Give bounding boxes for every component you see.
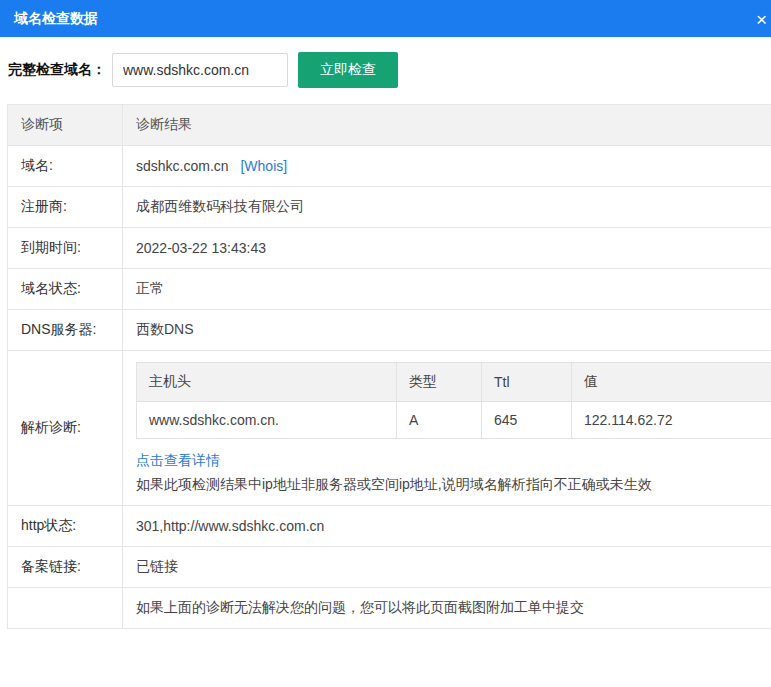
dns-record-value: 122.114.62.72 (572, 402, 771, 439)
dialog-title: 域名检查数据 (14, 10, 98, 28)
domain-check-dialog: 域名检查数据 × 完整检查域名： 立即检查 诊断项 诊断结果 域名: sdshk… (0, 0, 771, 687)
row-result: sdshkc.com.cn [Whois] (123, 146, 771, 187)
table-row-icp: 备案链接: 已链接 (8, 547, 771, 588)
http-status-value: 301,http://www.sdshkc.com.cn (123, 506, 771, 547)
dns-record-ttl: 645 (482, 402, 572, 439)
table-header-row: 诊断项 诊断结果 (8, 105, 771, 146)
table-row-dns: DNS服务器: 西数DNS (8, 310, 771, 351)
table-row-resolution: 解析诊断: 主机头 类型 Ttl 值 (8, 351, 771, 506)
row-label: 备案链接: (8, 547, 123, 588)
subtable-header-ttl: Ttl (482, 363, 572, 402)
check-form: 完整检查域名： 立即检查 (0, 37, 771, 102)
row-label: DNS服务器: (8, 310, 123, 351)
dns-record-row: www.sdshkc.com.cn. A 645 122.114.62.72 (137, 402, 771, 439)
dns-records-table: 主机头 类型 Ttl 值 www.sdshkc.com.cn. A (136, 362, 771, 439)
close-icon[interactable]: × (756, 9, 771, 28)
check-now-button[interactable]: 立即检查 (298, 52, 398, 88)
domain-status-badge: 正常 (123, 269, 771, 310)
diagnosis-table-wrap: 诊断项 诊断结果 域名: sdshkc.com.cn [Whois] 注册商: … (7, 104, 771, 629)
table-row-registrar: 注册商: 成都西维数码科技有限公司 (8, 187, 771, 228)
row-label (8, 588, 123, 629)
domain-value: sdshkc.com.cn (136, 158, 229, 174)
registrar-value: 成都西维数码科技有限公司 (123, 187, 771, 228)
col-header-item: 诊断项 (8, 105, 123, 146)
detail-link-line: 点击查看详情 (136, 452, 759, 470)
dialog-titlebar: 域名检查数据 × (0, 0, 771, 37)
row-label: 注册商: (8, 187, 123, 228)
dns-server-value: 西数DNS (123, 310, 771, 351)
table-row-status: 域名状态: 正常 (8, 269, 771, 310)
table-row-expiry: 到期时间: 2022-03-22 13:43:43 (8, 228, 771, 269)
ticket-tip-text: 如果上面的诊断无法解决您的问题，您可以将此页面截图附加工单中提交 (123, 588, 771, 629)
resolution-result-cell: 主机头 类型 Ttl 值 www.sdshkc.com.cn. A (123, 351, 771, 506)
resolution-note: 如果此项检测结果中ip地址非服务器或空间ip地址,说明域名解析指向不正确或未生效 (136, 476, 759, 494)
subtable-header-host: 主机头 (137, 363, 397, 402)
row-label: 域名: (8, 146, 123, 187)
expiry-value: 2022-03-22 13:43:43 (123, 228, 771, 269)
icp-link-status: 已链接 (123, 547, 771, 588)
row-label: 域名状态: (8, 269, 123, 310)
table-row-http: http状态: 301,http://www.sdshkc.com.cn (8, 506, 771, 547)
table-row-tip: 如果上面的诊断无法解决您的问题，您可以将此页面截图附加工单中提交 (8, 588, 771, 629)
row-label: 解析诊断: (8, 351, 123, 506)
whois-link[interactable]: [Whois] (240, 158, 287, 174)
row-label: 到期时间: (8, 228, 123, 269)
domain-input[interactable] (112, 53, 288, 87)
dns-records-header-row: 主机头 类型 Ttl 值 (137, 363, 771, 402)
view-details-link[interactable]: 点击查看详情 (136, 452, 220, 468)
table-row-domain: 域名: sdshkc.com.cn [Whois] (8, 146, 771, 187)
subtable-header-type: 类型 (397, 363, 482, 402)
diagnosis-table: 诊断项 诊断结果 域名: sdshkc.com.cn [Whois] 注册商: … (7, 104, 771, 629)
row-label: http状态: (8, 506, 123, 547)
col-header-result: 诊断结果 (123, 105, 771, 146)
domain-input-label: 完整检查域名： (8, 61, 106, 79)
dns-record-type: A (397, 402, 482, 439)
dns-record-host: www.sdshkc.com.cn. (137, 402, 397, 439)
subtable-header-value: 值 (572, 363, 771, 402)
